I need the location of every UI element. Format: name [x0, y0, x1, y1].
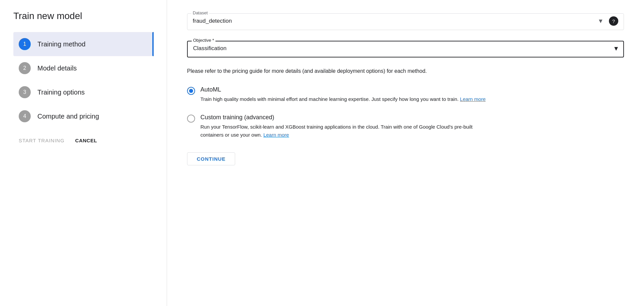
step-2[interactable]: 2 Model details — [13, 56, 153, 80]
continue-button[interactable]: CONTINUE — [187, 152, 235, 165]
custom-training-title: Custom training (advanced) — [200, 114, 624, 121]
asterisk: * — [211, 38, 214, 43]
automl-option: AutoML Train high quality models with mi… — [187, 86, 624, 103]
custom-training-content: Custom training (advanced) Run your Tens… — [200, 114, 624, 139]
step-1-label: Training method — [37, 40, 86, 48]
main-content: Dataset fraud_detection ▼ ? Objective * … — [167, 0, 644, 306]
dataset-label: Dataset — [191, 10, 209, 15]
help-icon[interactable]: ? — [609, 16, 618, 26]
objective-value: Classification — [193, 45, 614, 52]
page-title: Train new model — [13, 11, 153, 21]
step-4-number: 4 — [19, 110, 31, 122]
dataset-field: Dataset fraud_detection ▼ ? — [187, 13, 624, 30]
sidebar: Train new model 1 Training method 2 Mode… — [0, 0, 167, 306]
step-4[interactable]: 4 Compute and pricing — [13, 104, 153, 128]
step-1[interactable]: 1 Training method — [13, 32, 153, 56]
automl-description: Train high quality models with minimal e… — [200, 95, 494, 103]
step-2-label: Model details — [37, 64, 77, 72]
start-training-button[interactable]: START TRAINING — [19, 138, 64, 143]
dataset-icons: ▼ ? — [598, 16, 618, 26]
dataset-dropdown-icon[interactable]: ▼ — [598, 18, 604, 25]
dataset-value: fraud_detection — [193, 18, 598, 24]
step-4-label: Compute and pricing — [37, 113, 99, 120]
objective-wrapper[interactable]: Objective * Classification ▾ — [187, 41, 624, 57]
automl-radio-button[interactable] — [187, 87, 195, 95]
custom-training-option: Custom training (advanced) Run your Tens… — [187, 114, 624, 139]
objective-label: Objective * — [192, 38, 215, 43]
custom-training-radio-button[interactable] — [187, 115, 195, 123]
dataset-wrapper[interactable]: Dataset fraud_detection ▼ ? — [187, 13, 624, 30]
custom-training-description: Run your TensorFlow, scikit-learn and XG… — [200, 123, 494, 139]
step-2-number: 2 — [19, 62, 31, 74]
step-3-number: 3 — [19, 86, 31, 98]
custom-training-learn-more-link[interactable]: Learn more — [263, 132, 289, 138]
sidebar-actions: START TRAINING CANCEL — [13, 138, 153, 143]
step-3-label: Training options — [37, 89, 85, 96]
objective-dropdown-icon[interactable]: ▾ — [614, 44, 618, 53]
automl-content: AutoML Train high quality models with mi… — [200, 86, 624, 103]
step-3[interactable]: 3 Training options — [13, 80, 153, 104]
cancel-button[interactable]: CANCEL — [75, 138, 97, 143]
pricing-guide-text: Please refer to the pricing guide for mo… — [187, 67, 488, 75]
automl-learn-more-link[interactable]: Learn more — [460, 96, 486, 102]
objective-field: Objective * Classification ▾ — [187, 41, 624, 57]
step-1-number: 1 — [19, 38, 31, 50]
automl-title: AutoML — [200, 86, 624, 93]
